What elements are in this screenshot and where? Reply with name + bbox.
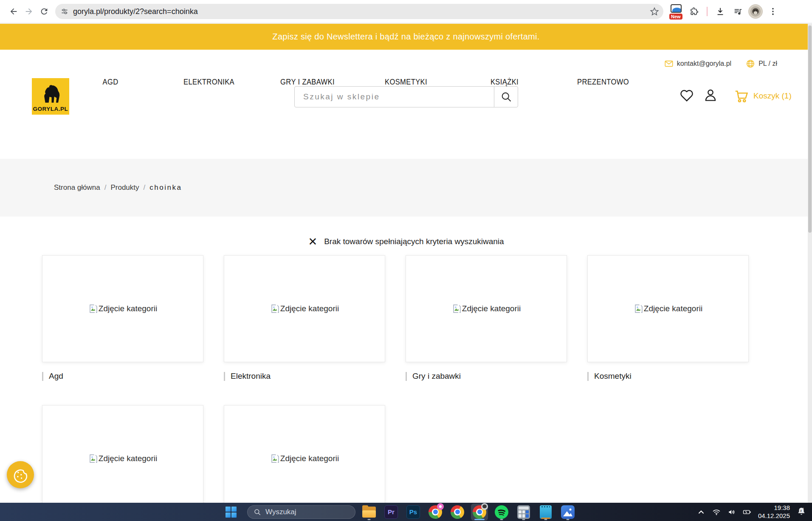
shop-search-button[interactable] (494, 87, 518, 107)
gorilla-avatar-icon (750, 6, 761, 17)
url-text[interactable]: goryla.pl/produkty/2?search=choinka (73, 7, 650, 16)
empty-results-text: Brak towarów spełniających kryteria wysz… (324, 237, 504, 246)
file-explorer-button[interactable] (361, 504, 378, 521)
photos-button[interactable] (559, 504, 576, 521)
notifications-bell-button[interactable]: z z (797, 507, 806, 518)
media-playlist-button[interactable] (730, 4, 746, 19)
chrome-profile1-button[interactable] (427, 504, 444, 521)
contact-email[interactable]: kontakt@goryla.pl (664, 59, 731, 68)
wifi-icon[interactable] (712, 508, 721, 516)
svg-text:z: z (803, 507, 804, 510)
browser-menu-button[interactable] (765, 4, 781, 19)
breadcrumb-separator: / (144, 183, 146, 192)
screenshot-extension-button[interactable]: New (669, 3, 684, 20)
contact-email-text: kontakt@goryla.pl (677, 60, 731, 68)
scrollbar-thumb[interactable] (808, 25, 812, 233)
svg-text:z: z (800, 508, 802, 512)
calculator-button[interactable] (515, 504, 532, 521)
volume-icon[interactable] (727, 508, 736, 516)
category-card-kosmetyki[interactable]: Zdjęcie kategorii Kosmetyki (587, 255, 749, 381)
cookie-consent-button[interactable] (7, 461, 34, 488)
category-card-row2-1[interactable]: Zdjęcie kategorii (42, 405, 203, 512)
category-card-elektronika[interactable]: Zdjęcie kategorii Elektronika (224, 255, 385, 381)
gorilla-profile-badge (481, 503, 488, 510)
tray-chevron-up-icon[interactable] (697, 508, 705, 516)
battery-charging-icon[interactable] (743, 508, 751, 516)
category-caption: Gry i zabawki (406, 372, 567, 381)
breadcrumb-band: Strona główna / Produkty / choinka (0, 159, 812, 217)
cart-icon (733, 88, 750, 104)
reload-icon (39, 7, 49, 16)
placeholder-alt-text: Zdjęcie kategorii (99, 454, 157, 463)
breadcrumb: Strona główna / Produkty / choinka (54, 183, 182, 192)
category-caption: Agd (42, 372, 203, 381)
spotify-icon (495, 505, 508, 519)
bell-sleep-icon: z z (797, 507, 806, 516)
screen: goryla.pl/produkty/2?search=choinka New (0, 0, 812, 521)
photoshop-button[interactable]: Ps (405, 504, 422, 521)
nav-item-prezentowo[interactable]: PREZENTOWO (558, 78, 648, 87)
start-button[interactable] (223, 504, 240, 521)
downloads-button[interactable] (713, 4, 728, 19)
category-grid: Zdjęcie kategorii Agd Zdjęcie kategorii (42, 255, 770, 512)
nav-item-ksiazki[interactable]: KSIĄŻKI (459, 78, 550, 87)
taskbar-clock[interactable]: 19:38 04.12.2025 (758, 504, 790, 520)
running-indicator (368, 519, 371, 520)
category-label[interactable]: Kosmetyki (594, 372, 632, 381)
premiere-pro-button[interactable]: Pr (383, 504, 400, 521)
category-card-gry-i-zabawki[interactable]: Zdjęcie kategorii Gry i zabawki (406, 255, 567, 381)
site-settings-icon[interactable] (60, 7, 69, 16)
category-label[interactable]: Agd (49, 372, 63, 381)
windows-logo-icon (226, 507, 237, 518)
taskbar-apps: Wyszukaj Pr Ps (223, 503, 576, 521)
cart-button[interactable]: Koszyk (1) (733, 88, 792, 104)
wishlist-button[interactable] (679, 87, 695, 105)
spotify-button[interactable] (493, 504, 510, 521)
extensions-button[interactable] (686, 4, 702, 19)
breadcrumb-produkty[interactable]: Produkty (110, 183, 139, 192)
shop-search-input[interactable] (295, 87, 494, 107)
cart-label: Koszyk (1) (753, 91, 792, 101)
taskbar-search[interactable]: Wyszukaj (247, 505, 355, 519)
nav-item-gry-i-zabawki[interactable]: GRY I ZABAWKI (262, 78, 352, 87)
chrome-active-window-button[interactable] (471, 504, 488, 521)
forward-button[interactable] (21, 4, 37, 19)
account-button[interactable] (702, 87, 719, 105)
profile-flower-badge (437, 503, 444, 510)
nav-item-kosmetyki[interactable]: KOSMETYKI (361, 78, 451, 87)
nav-item-agd[interactable]: AGD (65, 78, 155, 87)
profile-avatar[interactable] (748, 4, 763, 19)
category-card-agd[interactable]: Zdjęcie kategorii Agd (42, 255, 203, 381)
chrome-profile2-button[interactable] (449, 504, 466, 521)
breadcrumb-home[interactable]: Strona główna (54, 183, 100, 192)
system-tray: 19:38 04.12.2025 z z (697, 503, 806, 521)
placeholder-alt-text: Zdjęcie kategorii (462, 304, 521, 313)
notepad-button[interactable] (537, 504, 554, 521)
reload-button[interactable] (37, 4, 52, 19)
category-label[interactable]: Gry i zabawki (412, 372, 461, 381)
toolbar-right-icons: New (669, 3, 781, 20)
category-image-placeholder: Zdjęcie kategorii (224, 405, 385, 512)
nav-item-elektronika[interactable]: ELEKTRONIKA (164, 78, 254, 87)
breadcrumb-separator: / (104, 183, 107, 192)
running-indicator (544, 519, 547, 520)
running-indicator (500, 519, 503, 520)
broken-image-icon (270, 453, 280, 464)
photos-icon (561, 505, 575, 519)
forward-arrow-icon (24, 7, 34, 16)
locale-selector[interactable]: PL / zł (746, 59, 777, 68)
header-topbar: kontakt@goryla.pl PL / zł (664, 59, 777, 68)
broken-image-icon (88, 304, 99, 314)
running-indicator (567, 519, 570, 520)
envelope-icon (664, 59, 674, 68)
user-icon (702, 87, 719, 103)
category-card-row2-2[interactable]: Zdjęcie kategorii (224, 405, 385, 512)
newsletter-banner[interactable]: Zapisz się do Newslettera i bądź na bież… (0, 24, 812, 50)
shop-search (294, 86, 518, 107)
bookmark-star-icon[interactable] (650, 7, 659, 16)
back-button[interactable] (6, 4, 21, 19)
address-bar[interactable]: goryla.pl/produkty/2?search=choinka (55, 4, 663, 19)
chrome-icon (473, 505, 486, 519)
category-label[interactable]: Elektronika (231, 372, 271, 381)
page-scrollbar[interactable] (808, 24, 812, 503)
